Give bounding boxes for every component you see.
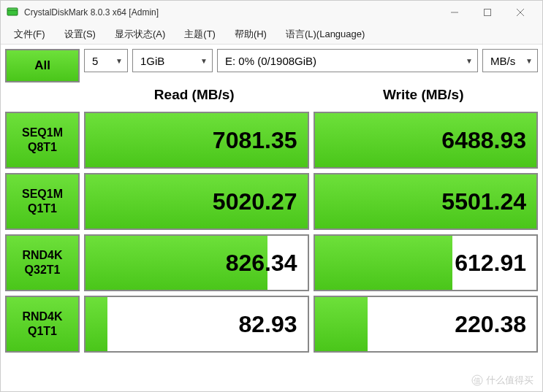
read-cell: 7081.35 [84, 112, 309, 169]
test-label-2: Q1T1 [28, 201, 57, 216]
header-write: Write (MB/s) [309, 87, 539, 109]
close-button[interactable] [504, 1, 536, 23]
header-read: Read (MB/s) [80, 87, 309, 109]
write-cell: 612.91 [314, 234, 539, 291]
read-bar [86, 297, 107, 351]
app-window: CrystalDiskMark 8.0.3 x64 [Admin] 文件(F) … [0, 0, 543, 392]
result-rows: SEQ1MQ8T17081.356488.93SEQ1MQ1T15020.275… [5, 112, 538, 353]
test-label-2: Q1T1 [28, 324, 57, 339]
table-row: SEQ1MQ1T15020.275501.24 [5, 173, 538, 230]
test-button-3[interactable]: RND4KQ1T1 [5, 296, 80, 353]
write-value: 6488.93 [441, 127, 526, 154]
minimize-button[interactable] [438, 1, 471, 23]
menu-display[interactable]: 显示状态(A) [106, 26, 174, 43]
test-label-1: RND4K [22, 248, 62, 263]
menu-settings[interactable]: 设置(S) [56, 26, 105, 43]
menu-help[interactable]: 帮助(H) [226, 26, 276, 43]
write-cell: 5501.24 [314, 173, 539, 230]
all-button[interactable]: All [5, 49, 80, 82]
table-row: RND4KQ32T1826.34612.91 [5, 234, 538, 291]
chevron-down-icon: ▼ [466, 57, 473, 65]
test-label-1: SEQ1M [22, 126, 63, 140]
test-count-select[interactable]: 5▼ [84, 49, 128, 72]
test-button-0[interactable]: SEQ1MQ8T1 [5, 112, 80, 169]
chevron-down-icon: ▼ [115, 57, 123, 65]
menubar: 文件(F) 设置(S) 显示状态(A) 主题(T) 帮助(H) 语言(L)(La… [1, 24, 542, 45]
window-title: CrystalDiskMark 8.0.3 x64 [Admin] [24, 7, 438, 18]
window-controls [438, 1, 536, 23]
svg-rect-1 [7, 8, 18, 10]
test-label-1: SEQ1M [22, 187, 63, 201]
test-count-value: 5 [92, 55, 98, 67]
drive-select[interactable]: E: 0% (0/1908GiB)▼ [217, 49, 478, 72]
table-row: RND4KQ1T182.93220.38 [5, 296, 538, 353]
write-bar [315, 297, 368, 351]
titlebar: CrystalDiskMark 8.0.3 x64 [Admin] [1, 1, 542, 24]
read-value: 82.93 [238, 311, 297, 338]
write-value: 220.38 [455, 311, 526, 338]
write-bar [315, 236, 452, 290]
test-size-value: 1GiB [140, 55, 164, 67]
menu-language[interactable]: 语言(L)(Language) [277, 26, 373, 43]
test-label-1: RND4K [22, 310, 62, 324]
drive-value: E: 0% (0/1908GiB) [225, 55, 316, 67]
unit-select[interactable]: MB/s▼ [482, 49, 538, 72]
menu-theme[interactable]: 主题(T) [175, 26, 224, 43]
unit-value: MB/s [490, 55, 515, 67]
write-cell: 6488.93 [314, 112, 539, 169]
svg-rect-3 [484, 9, 490, 16]
read-value: 5020.27 [213, 188, 297, 215]
read-cell: 5020.27 [84, 173, 309, 230]
write-cell: 220.38 [314, 296, 539, 353]
test-button-2[interactable]: RND4KQ32T1 [5, 234, 80, 291]
test-label-2: Q32T1 [25, 263, 61, 277]
control-row: All 5▼ 1GiB▼ E: 0% (0/1908GiB)▼ MB/s▼ [5, 49, 538, 82]
chevron-down-icon: ▼ [525, 57, 533, 65]
maximize-button[interactable] [471, 1, 504, 23]
chevron-down-icon: ▼ [200, 57, 208, 65]
read-cell: 82.93 [84, 296, 309, 353]
test-button-1[interactable]: SEQ1MQ1T1 [5, 173, 80, 230]
test-label-2: Q8T1 [28, 140, 57, 155]
read-value: 7081.35 [213, 127, 297, 154]
read-cell: 826.34 [84, 234, 309, 291]
app-icon [7, 7, 18, 18]
column-headers: Read (MB/s) Write (MB/s) [5, 87, 538, 109]
content-area: All 5▼ 1GiB▼ E: 0% (0/1908GiB)▼ MB/s▼ Re… [1, 45, 542, 391]
write-value: 5501.24 [441, 188, 526, 215]
menu-file[interactable]: 文件(F) [5, 26, 54, 43]
header-spacer [5, 87, 80, 109]
write-value: 612.91 [455, 250, 526, 277]
test-size-select[interactable]: 1GiB▼ [132, 49, 213, 72]
table-row: SEQ1MQ8T17081.356488.93 [5, 112, 538, 169]
read-value: 826.34 [226, 250, 297, 277]
selectors: 5▼ 1GiB▼ E: 0% (0/1908GiB)▼ MB/s▼ [84, 49, 538, 82]
